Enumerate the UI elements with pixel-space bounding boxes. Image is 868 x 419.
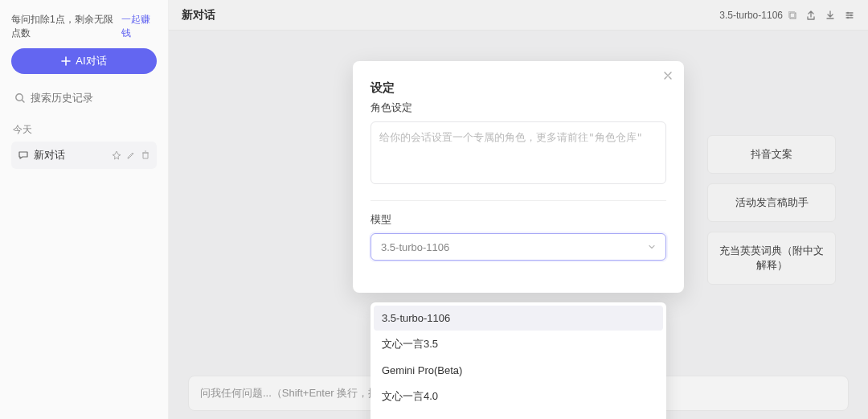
modal-overlay: 设定 角色设定 模型 3.5-turbo-1106 3.5-turbo-1106… [169, 0, 868, 419]
search-wrap[interactable] [11, 87, 157, 109]
search-icon [14, 92, 26, 104]
dropdown-option[interactable]: 文心一言4.0 [374, 383, 663, 410]
role-label: 角色设定 [371, 101, 666, 115]
chat-item-label: 新对话 [34, 148, 65, 162]
model-selected-value: 3.5-turbo-1106 [381, 241, 449, 253]
sidebar: 每问扣除1点，剩余无限点数 一起赚钱 AI对话 今天 新对话 [0, 0, 169, 419]
role-textarea[interactable] [371, 121, 666, 184]
dropdown-option[interactable]: Gemini Pro(Beta) [374, 358, 663, 383]
model-select[interactable]: 3.5-turbo-1106 [371, 233, 666, 261]
search-input[interactable] [31, 92, 166, 104]
earn-link[interactable]: 一起赚钱 [121, 13, 157, 40]
dropdown-option[interactable]: 3.5-turbo-1106 [374, 306, 663, 331]
edit-icon[interactable] [126, 150, 136, 160]
chat-list-item[interactable]: 新对话 [11, 142, 157, 169]
points-note: 每问扣除1点，剩余无限点数 [11, 13, 121, 40]
plus-icon [61, 56, 71, 66]
dropdown-option[interactable]: 4.0-1106-preview [374, 410, 663, 419]
pin-icon[interactable] [112, 150, 121, 160]
chat-bubble-icon [18, 150, 29, 161]
new-chat-button[interactable]: AI对话 [11, 48, 157, 74]
delete-icon[interactable] [141, 150, 150, 160]
divider [371, 200, 666, 201]
model-dropdown: 3.5-turbo-1106 文心一言3.5 Gemini Pro(Beta) … [371, 302, 666, 419]
main-area: 新对话 3.5-turbo-1106 [169, 0, 868, 419]
model-label: 模型 [371, 212, 666, 227]
app-root: 每问扣除1点，剩余无限点数 一起赚钱 AI对话 今天 新对话 [0, 0, 868, 419]
settings-modal: 设定 角色设定 模型 3.5-turbo-1106 3.5-turbo-1106… [353, 61, 684, 293]
svg-line-1 [22, 100, 24, 102]
dropdown-option[interactable]: 文心一言3.5 [374, 331, 663, 358]
close-icon[interactable] [663, 71, 673, 80]
sidebar-top: 每问扣除1点，剩余无限点数 一起赚钱 [11, 13, 157, 40]
new-chat-label: AI对话 [76, 54, 106, 68]
section-today-label: 今天 [13, 123, 155, 137]
chevron-down-icon [648, 243, 656, 251]
modal-title: 设定 [371, 80, 666, 96]
